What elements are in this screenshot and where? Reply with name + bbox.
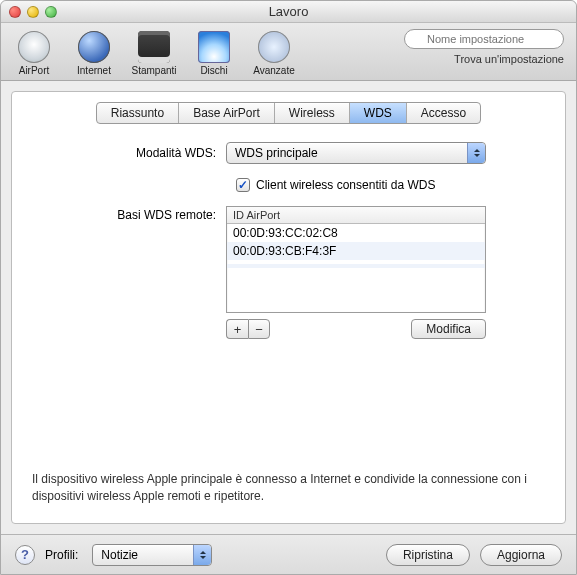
tab-wireless[interactable]: Wireless (275, 103, 350, 123)
allow-clients-checkbox[interactable] (236, 178, 250, 192)
toolbar-label: Stampanti (131, 65, 176, 76)
wds-remotes-list[interactable]: ID AirPort 00:0D:93:CC:02:C8 00:0D:93:CB… (226, 206, 486, 313)
toolbar-label: Dischi (200, 65, 227, 76)
info-text: Il dispositivo wireless Apple principale… (26, 471, 551, 509)
tab-access[interactable]: Accesso (407, 103, 480, 123)
toolbar-item-disks[interactable]: Dischi (191, 31, 237, 76)
add-button[interactable]: + (226, 319, 248, 339)
tab-summary[interactable]: Riassunto (97, 103, 179, 123)
globe-icon (78, 31, 110, 63)
restore-button[interactable]: Ripristina (386, 544, 470, 566)
content-panel: Riassunto Base AirPort Wireless WDS Acce… (11, 91, 566, 524)
chevron-updown-icon (193, 545, 211, 565)
tabs: Riassunto Base AirPort Wireless WDS Acce… (96, 102, 481, 124)
toolbar: AirPort Internet Stampanti Dischi Avanza… (1, 23, 576, 81)
wds-mode-value: WDS principale (235, 146, 318, 160)
profiles-label: Profili: (45, 548, 82, 562)
advanced-icon (258, 31, 290, 63)
modify-button[interactable]: Modifica (411, 319, 486, 339)
chevron-updown-icon (467, 143, 485, 163)
toolbar-item-advanced[interactable]: Avanzate (251, 31, 297, 76)
toolbar-label: Internet (77, 65, 111, 76)
update-button[interactable]: Aggiorna (480, 544, 562, 566)
help-button[interactable]: ? (15, 545, 35, 565)
remotes-label: Basi WDS remote: (26, 206, 226, 222)
list-item[interactable]: 00:0D:93:CB:F4:3F (227, 242, 485, 260)
airport-icon (18, 31, 50, 63)
toolbar-label: AirPort (19, 65, 50, 76)
tab-base-airport[interactable]: Base AirPort (179, 103, 275, 123)
footer: ? Profili: Notizie Ripristina Aggiorna (1, 534, 576, 574)
profiles-select[interactable]: Notizie (92, 544, 212, 566)
toolbar-item-printers[interactable]: Stampanti (131, 31, 177, 76)
printer-icon (138, 31, 170, 63)
disks-icon (198, 31, 230, 63)
find-setting-link[interactable]: Trova un'impostazione (454, 53, 564, 65)
window-title: Lavoro (1, 4, 576, 19)
tab-wds[interactable]: WDS (350, 103, 407, 123)
toolbar-label: Avanzate (253, 65, 295, 76)
window: Lavoro AirPort Internet Stampanti Dischi (0, 0, 577, 575)
remove-button[interactable]: − (248, 319, 270, 339)
toolbar-item-airport[interactable]: AirPort (11, 31, 57, 76)
list-item[interactable]: 00:0D:93:CC:02:C8 (227, 224, 485, 242)
search-input[interactable] (404, 29, 564, 49)
toolbar-item-internet[interactable]: Internet (71, 31, 117, 76)
profiles-value: Notizie (101, 548, 138, 562)
allow-clients-label: Client wireless consentiti da WDS (256, 178, 435, 192)
titlebar: Lavoro (1, 1, 576, 23)
wds-mode-select[interactable]: WDS principale (226, 142, 486, 164)
list-header: ID AirPort (227, 207, 485, 224)
list-item (227, 268, 485, 272)
wds-mode-label: Modalità WDS: (26, 146, 226, 160)
